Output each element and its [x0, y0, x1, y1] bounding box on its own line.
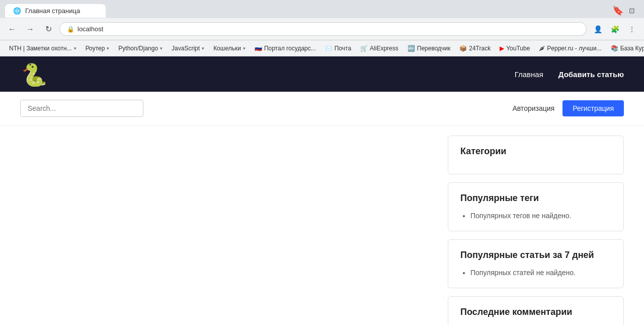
bookmark-mail-label: Почта	[335, 45, 351, 52]
auth-buttons: Авторизация Регистрация	[512, 100, 624, 116]
bookmark-translator-label: Переводчик	[417, 45, 451, 52]
browser-toolbar: ← → ↻ 🔒 localhost 👤 🧩 ⋮	[0, 18, 644, 40]
minimize-icon[interactable]: ⊡	[625, 4, 639, 18]
bookmark-mail[interactable]: ✉️ Почта	[321, 44, 355, 53]
bookmark-router[interactable]: Роутер ▾	[82, 44, 114, 53]
bookmark-wallets[interactable]: Кошельки ▾	[209, 44, 250, 53]
chevron-down-icon: ▾	[160, 46, 163, 51]
popular-tags-list: Популярных тегов не найдено.	[460, 211, 611, 221]
categories-title: Категории	[460, 146, 611, 157]
bookmark-router-label: Роутер	[86, 45, 105, 52]
url-text: localhost	[77, 25, 103, 33]
bookmark-javascript[interactable]: JavaScript ▾	[168, 44, 208, 53]
bookmark-base-courses[interactable]: 📚 База Курсов	[607, 44, 644, 53]
bookmark-nth[interactable]: NTH | Заметки охотн... ▾	[5, 44, 80, 53]
bookmark-youtube-icon: ▶	[500, 45, 504, 52]
back-button[interactable]: ←	[5, 22, 19, 36]
popular-articles-list: Популярных статей не найдено.	[460, 268, 611, 278]
menu-button[interactable]: ⋮	[625, 22, 639, 36]
forward-button[interactable]: →	[23, 22, 37, 36]
bookmark-aliexpress-label: AliExpress	[370, 45, 398, 52]
popular-articles-widget: Популярные статьи за 7 дней Популярных с…	[448, 239, 624, 288]
bookmark-pepper[interactable]: 🌶 Pepper.ru - лучши...	[535, 44, 605, 53]
nav-home-link[interactable]: Главная	[515, 70, 543, 79]
address-bar[interactable]: 🔒 localhost	[59, 22, 587, 36]
svg-text:🐍: 🐍	[21, 62, 45, 87]
extensions-button[interactable]: 🧩	[608, 22, 622, 36]
bookmark-base-courses-label: База Курсов	[620, 45, 644, 52]
bookmark-24track[interactable]: 📦 24Track	[455, 44, 495, 53]
register-button[interactable]: Регистрация	[562, 100, 624, 116]
bookmark-24track-label: 24Track	[469, 45, 491, 52]
browser-window: 🌐 Главная страница 🔖 ⊡ ← → ↻ 🔒 localhost…	[0, 0, 644, 325]
bookmark-pepper-label: Pepper.ru - лучши...	[547, 45, 601, 52]
chevron-down-icon: ▾	[74, 46, 76, 51]
bookmark-python[interactable]: Python/Django ▾	[114, 44, 167, 53]
bookmark-base-courses-icon: 📚	[611, 45, 618, 52]
bookmark-pepper-icon: 🌶	[539, 45, 545, 52]
bookmark-portal[interactable]: 🇷🇺 Портал государс...	[251, 44, 320, 53]
tab-favicon: 🌐	[13, 7, 21, 15]
bookmark-portal-icon: 🇷🇺	[255, 45, 262, 52]
page-content: 🐍 Главная Добавить статью Авторизация Ре…	[0, 56, 644, 325]
search-input[interactable]	[20, 100, 143, 117]
bookmark-translator-icon: 🔤	[408, 45, 415, 52]
bookmark-javascript-label: JavaScript	[172, 45, 200, 52]
bookmark-nth-label: NTH | Заметки охотн...	[9, 45, 72, 52]
bookmark-youtube-label: YouTube	[506, 45, 530, 52]
tab-title: Главная страница	[25, 7, 80, 15]
recent-comments-widget: Последние комментарии Комментариев нет.	[448, 296, 624, 325]
chevron-down-icon: ▾	[243, 46, 246, 51]
login-link[interactable]: Авторизация	[512, 104, 554, 112]
chevron-down-icon: ▾	[202, 46, 204, 51]
bookmarks-bar: NTH | Заметки охотн... ▾ Роутер ▾ Python…	[0, 40, 644, 56]
snake-logo-icon: 🐍	[20, 61, 45, 87]
popular-tags-widget: Популярные теги Популярных тегов не найд…	[448, 182, 624, 231]
sidebar: Категории Популярные теги Популярных тег…	[448, 136, 624, 325]
tab-bar: 🌐 Главная страница 🔖 ⊡	[0, 0, 644, 18]
toolbar-actions: 👤 🧩 ⋮	[591, 22, 639, 36]
bookmark-aliexpress-icon: 🛒	[360, 45, 368, 52]
nav-add-article-link[interactable]: Добавить статью	[558, 70, 624, 79]
popular-articles-empty: Популярных статей не найдено.	[470, 268, 611, 278]
bookmark-portal-label: Портал государс...	[264, 45, 316, 52]
popular-articles-title: Популярные статьи за 7 дней	[460, 250, 611, 261]
content-area	[20, 136, 436, 325]
search-input-wrapper	[20, 100, 143, 117]
site-logo[interactable]: 🐍	[20, 61, 45, 87]
recent-comments-title: Последние комментарии	[460, 307, 611, 317]
bookmark-icon[interactable]: 🔖	[611, 4, 625, 18]
reload-button[interactable]: ↻	[41, 22, 55, 36]
search-auth-bar: Авторизация Регистрация	[0, 92, 644, 125]
bookmark-python-label: Python/Django	[118, 45, 158, 52]
main-layout: Категории Популярные теги Популярных тег…	[0, 125, 644, 325]
bookmark-24track-icon: 📦	[459, 45, 467, 52]
bookmark-translator[interactable]: 🔤 Переводчик	[404, 44, 455, 53]
bookmark-wallets-label: Кошельки	[213, 45, 241, 52]
categories-widget: Категории	[448, 136, 624, 174]
bookmark-mail-icon: ✉️	[325, 45, 333, 52]
bookmark-aliexpress[interactable]: 🛒 AliExpress	[356, 44, 403, 53]
active-tab[interactable]: 🌐 Главная страница	[5, 4, 106, 18]
security-icon: 🔒	[67, 26, 74, 33]
site-navigation: Главная Добавить статью	[515, 70, 624, 79]
bookmark-youtube[interactable]: ▶ YouTube	[496, 44, 534, 53]
popular-tags-empty: Популярных тегов не найдено.	[470, 211, 611, 221]
profile-button[interactable]: 👤	[591, 22, 605, 36]
site-header: 🐍 Главная Добавить статью	[0, 56, 644, 92]
popular-tags-title: Популярные теги	[460, 193, 611, 204]
chevron-down-icon: ▾	[107, 46, 109, 51]
